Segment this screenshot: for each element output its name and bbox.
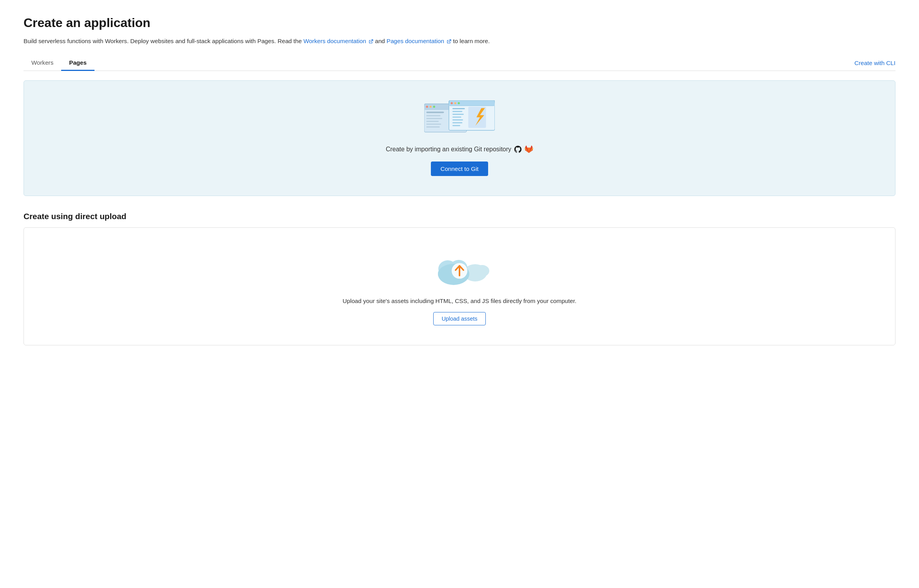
svg-rect-6 (426, 112, 444, 113)
git-description: Create by importing an existing Git repo… (386, 145, 533, 154)
subtitle-and: and (375, 38, 385, 44)
tabs-container: Workers Pages Create with CLI (24, 55, 895, 71)
svg-rect-8 (426, 118, 442, 119)
connect-to-git-button[interactable]: Connect to Git (431, 162, 488, 176)
svg-rect-23 (452, 120, 463, 121)
workers-doc-link[interactable]: Workers documentation (303, 38, 375, 44)
svg-point-15 (451, 102, 453, 104)
github-icon (514, 145, 522, 154)
page-subtitle: Build serverless functions with Workers.… (24, 36, 895, 46)
gitlab-icon (525, 145, 533, 154)
tab-workers[interactable]: Workers (24, 55, 61, 71)
git-import-section: Create by importing an existing Git repo… (24, 80, 895, 196)
page-title: Create an application (24, 16, 895, 30)
svg-rect-19 (452, 108, 465, 109)
svg-point-4 (430, 106, 432, 108)
svg-rect-25 (452, 125, 460, 126)
create-with-cli-link[interactable]: Create with CLI (854, 60, 895, 66)
svg-point-5 (433, 106, 435, 108)
subtitle-end: to learn more. (453, 38, 490, 44)
git-browser-icon (424, 100, 495, 136)
pages-doc-link[interactable]: Pages documentation (387, 38, 453, 44)
tabs: Workers Pages (24, 55, 94, 71)
svg-point-16 (454, 102, 456, 104)
svg-rect-9 (426, 121, 439, 122)
svg-rect-7 (426, 115, 440, 116)
svg-point-3 (426, 106, 428, 108)
direct-upload-section: Upload your site's assets including HTML… (24, 227, 895, 345)
upload-description: Upload your site's assets including HTML… (343, 298, 576, 304)
external-link-icon (369, 39, 373, 44)
svg-rect-21 (452, 114, 464, 115)
subtitle-text: Build serverless functions with Workers.… (24, 38, 302, 44)
git-illustration (424, 100, 495, 137)
svg-rect-10 (426, 124, 441, 125)
svg-rect-22 (452, 117, 461, 118)
upload-cloud-icon (428, 247, 491, 287)
upload-assets-button[interactable]: Upload assets (433, 312, 485, 325)
tab-pages[interactable]: Pages (61, 55, 94, 71)
svg-rect-20 (452, 111, 462, 112)
direct-upload-heading: Create using direct upload (24, 212, 895, 221)
svg-point-28 (475, 265, 489, 277)
svg-rect-11 (426, 127, 440, 128)
svg-rect-24 (452, 122, 462, 123)
cloud-illustration (428, 247, 491, 288)
svg-point-17 (458, 102, 460, 104)
external-link-icon-2 (447, 39, 451, 44)
